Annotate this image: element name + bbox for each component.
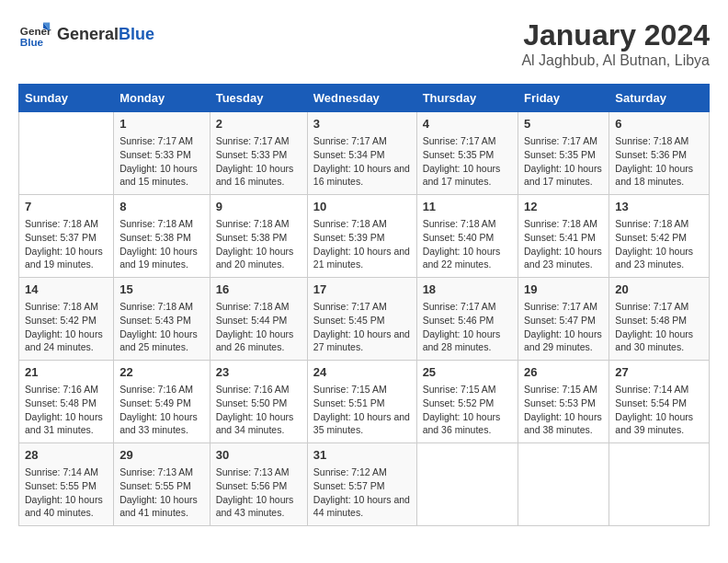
day-info: Sunrise: 7:17 AMSunset: 5:33 PMDaylight:… [119, 134, 204, 189]
day-cell: 9 Sunrise: 7:18 AMSunset: 5:38 PMDayligh… [210, 195, 307, 278]
day-number: 10 [313, 199, 411, 215]
day-number: 3 [313, 116, 411, 132]
day-info: Sunrise: 7:17 AMSunset: 5:35 PMDaylight:… [524, 134, 603, 189]
day-cell: 6 Sunrise: 7:18 AMSunset: 5:36 PMDayligh… [609, 112, 710, 195]
title-block: January 2024 Al Jaghbub, Al Butnan, Liby… [521, 18, 710, 69]
day-info: Sunrise: 7:15 AMSunset: 5:52 PMDaylight:… [423, 383, 512, 437]
day-info: Sunrise: 7:18 AMSunset: 5:42 PMDaylight:… [615, 217, 703, 271]
day-info: Sunrise: 7:16 AMSunset: 5:49 PMDaylight:… [119, 383, 204, 437]
page-header: General Blue GeneralBlue January 2024 Al… [18, 18, 710, 69]
day-number: 4 [423, 116, 512, 132]
day-cell: 22 Sunrise: 7:16 AMSunset: 5:49 PMDaylig… [114, 361, 210, 443]
day-info: Sunrise: 7:18 AMSunset: 5:36 PMDaylight:… [615, 134, 703, 189]
day-cell: 26 Sunrise: 7:15 AMSunset: 5:53 PMDaylig… [518, 361, 609, 443]
header-day: Tuesday [210, 85, 307, 112]
day-cell: 31 Sunrise: 7:12 AMSunset: 5:57 PMDaylig… [307, 443, 416, 526]
day-cell: 10 Sunrise: 7:18 AMSunset: 5:39 PMDaylig… [307, 195, 416, 278]
day-info: Sunrise: 7:18 AMSunset: 5:38 PMDaylight:… [216, 217, 301, 271]
day-info: Sunrise: 7:18 AMSunset: 5:37 PMDaylight:… [25, 217, 108, 271]
day-number: 20 [615, 282, 703, 298]
day-info: Sunrise: 7:17 AMSunset: 5:47 PMDaylight:… [524, 300, 603, 354]
day-cell: 3 Sunrise: 7:17 AMSunset: 5:34 PMDayligh… [307, 112, 416, 195]
day-number: 8 [119, 199, 204, 215]
day-info: Sunrise: 7:17 AMSunset: 5:34 PMDaylight:… [313, 134, 411, 189]
day-cell: 25 Sunrise: 7:15 AMSunset: 5:52 PMDaylig… [416, 361, 518, 443]
day-info: Sunrise: 7:18 AMSunset: 5:39 PMDaylight:… [313, 217, 411, 271]
day-cell [416, 443, 518, 526]
day-info: Sunrise: 7:18 AMSunset: 5:43 PMDaylight:… [119, 300, 204, 354]
week-row: 1 Sunrise: 7:17 AMSunset: 5:33 PMDayligh… [19, 112, 710, 195]
page-subtitle: Al Jaghbub, Al Butnan, Libya [521, 52, 710, 69]
day-number: 28 [25, 447, 108, 464]
logo-icon: General Blue [18, 18, 51, 52]
day-info: Sunrise: 7:14 AMSunset: 5:54 PMDaylight:… [615, 383, 703, 437]
header-row: SundayMondayTuesdayWednesdayThursdayFrid… [19, 85, 710, 112]
header-day: Friday [518, 85, 609, 112]
day-cell: 27 Sunrise: 7:14 AMSunset: 5:54 PMDaylig… [609, 361, 710, 443]
day-info: Sunrise: 7:16 AMSunset: 5:50 PMDaylight:… [216, 383, 301, 437]
day-number: 5 [524, 116, 603, 132]
day-info: Sunrise: 7:15 AMSunset: 5:53 PMDaylight:… [524, 383, 603, 437]
day-number: 24 [313, 364, 411, 381]
day-cell: 11 Sunrise: 7:18 AMSunset: 5:40 PMDaylig… [416, 195, 518, 278]
day-cell: 30 Sunrise: 7:13 AMSunset: 5:56 PMDaylig… [210, 443, 307, 526]
day-cell [19, 112, 114, 195]
day-cell: 18 Sunrise: 7:17 AMSunset: 5:46 PMDaylig… [416, 278, 518, 361]
day-cell: 16 Sunrise: 7:18 AMSunset: 5:44 PMDaylig… [210, 278, 307, 361]
day-cell [609, 443, 710, 526]
day-number: 25 [423, 364, 512, 381]
day-info: Sunrise: 7:15 AMSunset: 5:51 PMDaylight:… [313, 383, 411, 437]
day-cell: 28 Sunrise: 7:14 AMSunset: 5:55 PMDaylig… [19, 443, 114, 526]
day-cell: 13 Sunrise: 7:18 AMSunset: 5:42 PMDaylig… [609, 195, 710, 278]
day-cell: 21 Sunrise: 7:16 AMSunset: 5:48 PMDaylig… [19, 361, 114, 443]
day-cell: 24 Sunrise: 7:15 AMSunset: 5:51 PMDaylig… [307, 361, 416, 443]
day-info: Sunrise: 7:13 AMSunset: 5:56 PMDaylight:… [216, 465, 301, 520]
week-row: 28 Sunrise: 7:14 AMSunset: 5:55 PMDaylig… [19, 443, 710, 526]
day-info: Sunrise: 7:16 AMSunset: 5:48 PMDaylight:… [25, 383, 108, 437]
day-cell: 8 Sunrise: 7:18 AMSunset: 5:38 PMDayligh… [114, 195, 210, 278]
calendar-table: SundayMondayTuesdayWednesdayThursdayFrid… [18, 84, 710, 526]
day-info: Sunrise: 7:17 AMSunset: 5:45 PMDaylight:… [313, 300, 411, 354]
day-info: Sunrise: 7:17 AMSunset: 5:33 PMDaylight:… [216, 134, 301, 189]
day-info: Sunrise: 7:17 AMSunset: 5:48 PMDaylight:… [615, 300, 703, 354]
svg-text:Blue: Blue [20, 36, 44, 48]
day-cell: 4 Sunrise: 7:17 AMSunset: 5:35 PMDayligh… [416, 112, 518, 195]
day-number: 16 [216, 282, 301, 298]
header-day: Thursday [416, 85, 518, 112]
day-info: Sunrise: 7:18 AMSunset: 5:44 PMDaylight:… [216, 300, 301, 354]
day-cell: 17 Sunrise: 7:17 AMSunset: 5:45 PMDaylig… [307, 278, 416, 361]
day-cell: 14 Sunrise: 7:18 AMSunset: 5:42 PMDaylig… [19, 278, 114, 361]
day-number: 11 [423, 199, 512, 215]
day-number: 6 [615, 116, 703, 132]
day-number: 2 [216, 116, 301, 132]
day-cell: 23 Sunrise: 7:16 AMSunset: 5:50 PMDaylig… [210, 361, 307, 443]
day-cell: 20 Sunrise: 7:17 AMSunset: 5:48 PMDaylig… [609, 278, 710, 361]
day-info: Sunrise: 7:13 AMSunset: 5:55 PMDaylight:… [119, 465, 204, 520]
day-number: 13 [615, 199, 703, 215]
day-info: Sunrise: 7:18 AMSunset: 5:40 PMDaylight:… [423, 217, 512, 271]
header-day: Monday [114, 85, 210, 112]
day-info: Sunrise: 7:18 AMSunset: 5:42 PMDaylight:… [25, 300, 108, 354]
day-number: 27 [615, 364, 703, 381]
day-cell: 2 Sunrise: 7:17 AMSunset: 5:33 PMDayligh… [210, 112, 307, 195]
day-number: 19 [524, 282, 603, 298]
day-cell: 7 Sunrise: 7:18 AMSunset: 5:37 PMDayligh… [19, 195, 114, 278]
day-info: Sunrise: 7:12 AMSunset: 5:57 PMDaylight:… [313, 465, 411, 520]
week-row: 21 Sunrise: 7:16 AMSunset: 5:48 PMDaylig… [19, 361, 710, 443]
day-cell: 19 Sunrise: 7:17 AMSunset: 5:47 PMDaylig… [518, 278, 609, 361]
logo-text: GeneralBlue [57, 25, 154, 45]
day-info: Sunrise: 7:14 AMSunset: 5:55 PMDaylight:… [25, 465, 108, 520]
day-cell: 5 Sunrise: 7:17 AMSunset: 5:35 PMDayligh… [518, 112, 609, 195]
logo: General Blue GeneralBlue [18, 18, 154, 52]
day-cell [518, 443, 609, 526]
day-info: Sunrise: 7:17 AMSunset: 5:35 PMDaylight:… [423, 134, 512, 189]
day-info: Sunrise: 7:18 AMSunset: 5:38 PMDaylight:… [119, 217, 204, 271]
day-number: 29 [119, 447, 204, 464]
day-cell: 1 Sunrise: 7:17 AMSunset: 5:33 PMDayligh… [114, 112, 210, 195]
day-number: 23 [216, 364, 301, 381]
day-number: 26 [524, 364, 603, 381]
day-number: 7 [25, 199, 108, 215]
week-row: 7 Sunrise: 7:18 AMSunset: 5:37 PMDayligh… [19, 195, 710, 278]
day-number: 31 [313, 447, 411, 464]
page-title: January 2024 [521, 18, 710, 52]
